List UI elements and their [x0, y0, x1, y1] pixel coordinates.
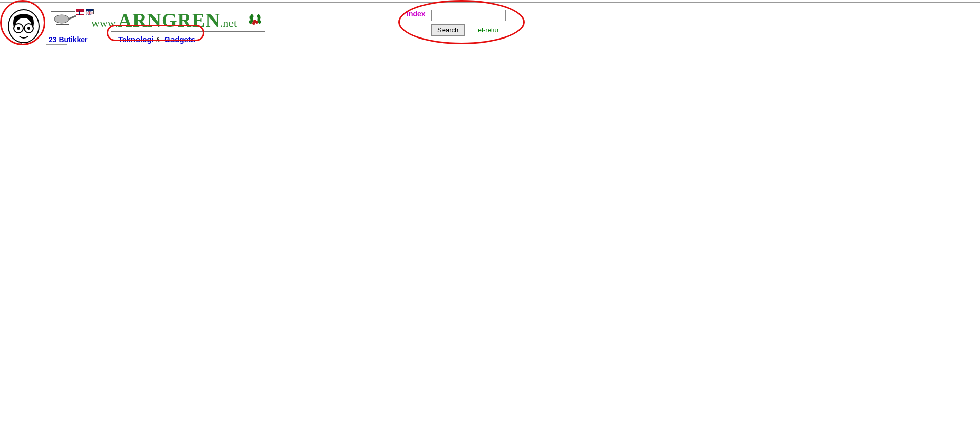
thumb-image [46, 44, 67, 45]
svg-point-7 [54, 15, 69, 23]
svg-point-5 [27, 27, 30, 30]
subnav-teknologi[interactable]: Teknologi [118, 35, 154, 44]
search-input[interactable] [431, 10, 506, 21]
subnav-gadgets[interactable]: Gadgets [164, 35, 195, 44]
svg-rect-14 [76, 13, 84, 13]
helicopter-icon [48, 9, 78, 26]
search-index-link[interactable]: Index [407, 10, 426, 18]
svg-point-18 [252, 22, 255, 25]
svg-point-4 [17, 27, 20, 30]
subnav-amp: & [156, 36, 160, 44]
butikker-link[interactable]: 23 Butikker [49, 35, 87, 44]
svg-point-17 [255, 21, 258, 24]
search-area: Index Search el-retur [407, 10, 506, 36]
elretur-link[interactable]: el-retur [478, 26, 499, 34]
face-logo-icon [4, 8, 44, 45]
flag-norway-icon[interactable] [76, 9, 84, 14]
svg-line-8 [69, 16, 76, 19]
site-logo: www.ARNGREN.net [91, 9, 237, 31]
subnav: Teknologi & Gadgets [111, 31, 265, 44]
holly-icon [246, 12, 264, 27]
search-button[interactable]: Search [431, 24, 465, 36]
